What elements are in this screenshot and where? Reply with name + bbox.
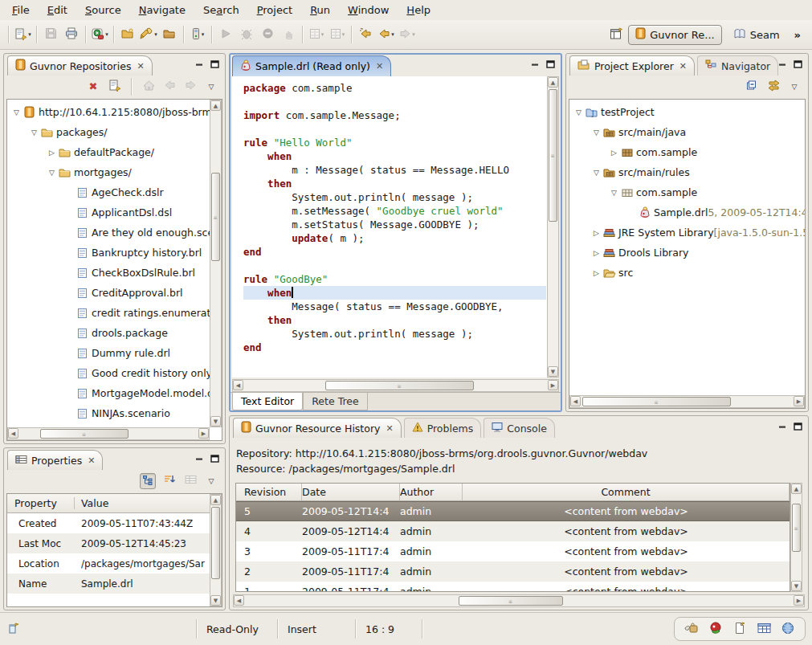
- expander-open-icon[interactable]: ▽: [46, 169, 58, 177]
- view-menu-button[interactable]: ▽: [787, 79, 802, 95]
- tree-item[interactable]: AgeCheck.dslr: [7, 182, 210, 202]
- column-value[interactable]: Value: [75, 497, 210, 509]
- code-line[interactable]: m : Message( status == Message.HELLO: [243, 163, 546, 177]
- new-repository-button[interactable]: [107, 79, 121, 95]
- scroll-down-icon[interactable]: ▼: [210, 595, 221, 606]
- fast-view-button[interactable]: [6, 621, 21, 637]
- menu-file[interactable]: File: [3, 2, 39, 18]
- code-line[interactable]: [243, 122, 546, 136]
- tree-item[interactable]: ▽src/main/rules: [569, 162, 805, 182]
- column-property[interactable]: Property: [7, 497, 75, 509]
- vertical-scrollbar[interactable]: ▲ ▼: [210, 494, 222, 606]
- expander-open-icon[interactable]: ▽: [28, 129, 40, 137]
- tree-item[interactable]: ▽JtestProject: [569, 102, 805, 122]
- revision-row[interactable]: 12009-05-11T17:4admin<content from webda…: [236, 582, 790, 592]
- close-icon[interactable]: ✕: [376, 61, 383, 71]
- scroll-left-icon[interactable]: ◀: [233, 380, 243, 390]
- home-button[interactable]: [141, 79, 156, 95]
- expander-closed-icon[interactable]: ▷: [590, 269, 602, 277]
- menu-navigate[interactable]: Navigate: [130, 2, 194, 18]
- maximize-icon[interactable]: [210, 59, 219, 71]
- close-icon[interactable]: ✕: [88, 455, 95, 466]
- scroll-left-icon[interactable]: ◀: [8, 428, 18, 439]
- view-menu-button[interactable]: ▽: [204, 79, 218, 95]
- scroll-up-icon[interactable]: ▲: [791, 484, 802, 494]
- revision-row[interactable]: 52009-05-12T14:4admin<content from webda…: [236, 501, 790, 521]
- back-history-button[interactable]: ▾: [376, 24, 397, 45]
- collapse-all-button[interactable]: [745, 79, 760, 95]
- dropdown-arrow-icon[interactable]: ▾: [154, 31, 157, 38]
- column-revision[interactable]: Revision: [236, 484, 302, 500]
- expander-closed-icon[interactable]: ▷: [46, 149, 58, 157]
- tree-item[interactable]: CheckBoxDslRule.brl: [7, 263, 210, 283]
- tree-item[interactable]: ▷src: [569, 263, 805, 283]
- forward-history-button[interactable]: ▾: [397, 24, 418, 45]
- tab-guvnor-resource-history[interactable]: Guvnor Resource History ✕: [233, 418, 402, 438]
- code-line[interactable]: package com.sample: [243, 81, 546, 95]
- previous-annotation-button[interactable]: ▾: [306, 24, 327, 45]
- sort-properties-button[interactable]: [162, 473, 177, 489]
- tree-item[interactable]: ApplicantDsl.dsl: [7, 202, 210, 222]
- code-line[interactable]: when: [243, 149, 546, 163]
- expander-open-icon[interactable]: ▽: [590, 169, 602, 177]
- code-line[interactable]: rule "GoodBye": [243, 272, 546, 286]
- code-line[interactable]: import com.sample.Message;: [243, 108, 546, 122]
- scroll-down-icon[interactable]: ▼: [791, 581, 802, 591]
- menu-project[interactable]: Project: [248, 2, 302, 18]
- scroll-right-icon[interactable]: ▶: [548, 380, 558, 390]
- guvnor-console-button[interactable]: ▾: [89, 24, 110, 45]
- code-line[interactable]: [243, 95, 546, 108]
- tree-item[interactable]: drools.package: [7, 323, 210, 343]
- scroll-left-icon[interactable]: ◀: [570, 396, 581, 406]
- code-line[interactable]: end: [243, 245, 546, 259]
- expander-closed-icon[interactable]: ▷: [608, 149, 620, 157]
- minimize-icon[interactable]: [778, 422, 786, 433]
- dropdown-arrow-icon[interactable]: ▾: [202, 31, 205, 38]
- tree-item[interactable]: ▽packages/: [7, 122, 210, 142]
- tree-item[interactable]: credit ratings.enumeration: [7, 303, 210, 323]
- tree-item[interactable]: Good credit history only.sc: [7, 363, 210, 383]
- vertical-scrollbar[interactable]: ▲ ≡ ▼: [547, 76, 559, 378]
- tab-problems[interactable]: Problems: [404, 418, 482, 438]
- stop-button[interactable]: [257, 24, 278, 45]
- filter-properties-button[interactable]: [183, 473, 198, 489]
- menu-edit[interactable]: Edit: [39, 2, 76, 18]
- scroll-up-icon[interactable]: ▲: [210, 495, 221, 505]
- expander-closed-icon[interactable]: ▷: [590, 249, 602, 257]
- column-author[interactable]: Author: [400, 484, 463, 500]
- scroll-down-icon[interactable]: ▼: [548, 366, 558, 377]
- last-edit-location-button[interactable]: [355, 24, 376, 45]
- tab-project-explorer[interactable]: Project Explorer ✕: [569, 55, 695, 76]
- code-line[interactable]: update( m );: [243, 231, 546, 245]
- code-line[interactable]: m.setStatus( Message.GOODBYE );: [243, 218, 546, 231]
- scroll-left-icon[interactable]: ◀: [234, 595, 244, 606]
- tree-item[interactable]: ▽src/main/java: [569, 122, 805, 142]
- maximize-icon[interactable]: [794, 59, 802, 71]
- properties-table-header[interactable]: Property Value: [7, 494, 210, 513]
- maximize-icon[interactable]: [546, 59, 555, 71]
- dropdown-arrow-icon[interactable]: ▾: [105, 31, 108, 38]
- property-row[interactable]: Location/packages/mortgages/Sar: [7, 553, 210, 574]
- expander-open-icon[interactable]: ▽: [608, 189, 620, 197]
- new-report-button[interactable]: [732, 621, 747, 637]
- code-line[interactable]: Message( status == Message.GOODBYE,: [243, 300, 546, 313]
- code-line[interactable]: then: [243, 177, 546, 190]
- web-status-button[interactable]: [781, 621, 795, 637]
- tree-item[interactable]: Bankruptcy history.brl: [7, 243, 210, 263]
- horizontal-scrollbar[interactable]: ◀ ≡ ▶: [7, 427, 210, 440]
- drools-status-button[interactable]: [708, 621, 723, 637]
- table-status-button[interactable]: [757, 621, 771, 637]
- open-resource-button[interactable]: [117, 24, 138, 45]
- close-icon[interactable]: ✕: [137, 61, 144, 71]
- revision-table-header[interactable]: Revision Date Author Comment: [236, 484, 790, 501]
- tree-item[interactable]: ▽http://10.64.1.215:8080/jboss-brms: [7, 102, 210, 122]
- horizontal-scrollbar[interactable]: ◀ ≡ ▶: [569, 395, 805, 408]
- show-tree-button[interactable]: [140, 473, 156, 489]
- close-icon[interactable]: ✕: [679, 61, 687, 71]
- menu-help[interactable]: Help: [398, 2, 439, 18]
- tab-navigator[interactable]: Navigator: [697, 55, 778, 76]
- import-button[interactable]: [159, 24, 180, 45]
- code-line[interactable]: rule "Hello World": [243, 136, 546, 149]
- property-row[interactable]: NameSample.drl: [7, 574, 210, 594]
- property-row[interactable]: Created2009-05-11T07:43:44Z: [7, 513, 210, 533]
